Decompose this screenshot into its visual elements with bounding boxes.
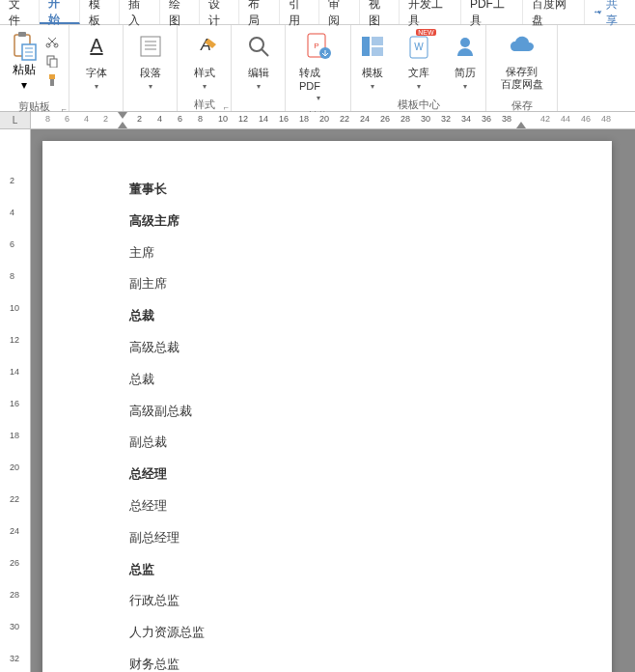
copy-icon (45, 54, 59, 68)
document-line[interactable]: 高级主席 (129, 211, 612, 232)
styles-icon: A (191, 33, 218, 60)
document-line[interactable]: 董事长 (129, 180, 612, 200)
menu-file[interactable]: 文件 (0, 0, 40, 24)
search-icon (245, 33, 272, 60)
document-line[interactable]: 总裁 (129, 370, 612, 390)
resume-button[interactable]: 简历 ▾ (444, 29, 486, 92)
pdf-icon: P (304, 32, 333, 61)
menubar: 文件 开始 模板 插入 绘图 设计 布局 引用 审阅 视图 开发工具 PDF工具… (0, 0, 635, 25)
ribbon-group-font: A 字体 ▾ (69, 25, 124, 111)
template-icon (359, 33, 386, 60)
indent-marker-left-bottom[interactable] (118, 122, 127, 129)
svg-line-19 (262, 49, 268, 56)
paragraph-button[interactable]: 段落 ▾ (129, 29, 172, 92)
document-line[interactable]: 高级总裁 (129, 338, 612, 358)
svg-rect-25 (372, 47, 383, 56)
resume-icon (452, 33, 479, 60)
ribbon-group-clipboard: 粘贴 ▾ 剪贴板⌐ (0, 25, 69, 111)
paragraph-icon (137, 33, 164, 60)
ruler-area: L 86422468101214161820222426283032343638… (0, 112, 635, 129)
svg-text:P: P (314, 42, 318, 50)
ribbon-group-paragraph: 段落 ▾ (124, 25, 178, 111)
svg-point-28 (460, 38, 470, 47)
svg-point-18 (250, 38, 263, 51)
document-scroll[interactable]: 董事长高级主席主席副主席总裁高级总裁总裁高级副总裁副总裁总经理总经理副总经理总监… (31, 129, 635, 672)
convert-pdf-button[interactable]: P 转成PDF ▾ (293, 29, 343, 103)
styles-expand-icon[interactable]: ⌐ (224, 102, 229, 112)
document-line[interactable]: 人力资源总监 (129, 623, 612, 643)
font-button[interactable]: A 字体 ▾ (75, 29, 118, 92)
new-badge: NEW (416, 29, 435, 36)
svg-text:W: W (414, 42, 424, 52)
svg-marker-31 (516, 122, 526, 128)
library-button[interactable]: WNEW 文库 ▾ (398, 29, 440, 92)
document-area: 2468101214161820222426283032 董事长高级主席主席副主… (0, 129, 635, 672)
document-line[interactable]: 总监 (129, 560, 612, 580)
cloud-icon (508, 32, 537, 61)
ribbon-group-save: 保存到 百度网盘 保存 (486, 25, 558, 111)
document-line[interactable]: 副主席 (129, 274, 612, 294)
menu-insert[interactable]: 插入 (120, 0, 159, 24)
vertical-ruler[interactable]: 2468101214161820222426283032 (0, 129, 31, 672)
horizontal-ruler[interactable]: 8642246810121416182022242628303234363842… (31, 112, 635, 129)
font-icon: A (83, 33, 110, 60)
menu-baidu[interactable]: 百度网盘 (523, 0, 585, 24)
scissors-icon (45, 35, 59, 48)
ribbon-group-editing: 编辑 ▾ (232, 25, 286, 111)
document-line[interactable]: 高级副总裁 (129, 402, 612, 422)
indent-marker-left[interactable] (118, 112, 127, 120)
svg-rect-23 (362, 37, 370, 56)
brush-icon (45, 73, 59, 87)
menu-view[interactable]: 视图 (360, 0, 400, 24)
indent-marker-right[interactable] (516, 122, 526, 129)
share-button[interactable]: 共享 (585, 0, 635, 24)
menu-home[interactable]: 开始 (40, 0, 79, 24)
svg-rect-10 (49, 74, 55, 79)
ribbon-group-styles: A 样式 ▾ 样式⌐ (178, 25, 232, 111)
document-line[interactable]: 副总经理 (129, 528, 612, 548)
menu-references[interactable]: 引用 (280, 0, 319, 24)
svg-rect-1 (18, 32, 26, 37)
menu-devtools[interactable]: 开发工具 (400, 0, 461, 24)
svg-rect-13 (141, 37, 160, 56)
template-button[interactable]: 模板 ▾ (351, 29, 394, 92)
save-baidu-button[interactable]: 保存到 百度网盘 (495, 29, 549, 93)
document-line[interactable]: 副总裁 (129, 433, 612, 453)
menu-pdftools[interactable]: PDF工具 (461, 0, 523, 24)
svg-rect-9 (50, 59, 57, 68)
document-line[interactable]: 总裁 (129, 306, 612, 326)
ribbon-group-convert: P 转成PDF ▾ 转换 (286, 25, 351, 111)
share-icon (593, 7, 603, 18)
document-line[interactable]: 财务总监 (129, 655, 612, 672)
menu-template[interactable]: 模板 (80, 0, 120, 24)
menu-review[interactable]: 审阅 (319, 0, 359, 24)
svg-rect-24 (372, 37, 383, 45)
page[interactable]: 董事长高级主席主席副主席总裁高级总裁总裁高级副总裁副总裁总经理总经理副总经理总监… (42, 141, 612, 672)
clipboard-icon (11, 31, 38, 62)
cut-button[interactable] (43, 33, 61, 50)
svg-text:A: A (90, 35, 103, 56)
format-painter-button[interactable] (43, 71, 61, 89)
document-line[interactable]: 主席 (129, 243, 612, 264)
menu-draw[interactable]: 绘图 (160, 0, 200, 24)
svg-rect-11 (50, 79, 54, 86)
document-line[interactable]: 总经理 (129, 464, 612, 485)
ribbon-group-template-center: 模板 ▾ WNEW 文库 ▾ 简历 ▾ 模板中心 (351, 25, 486, 111)
editing-button[interactable]: 编辑 ▾ (237, 29, 280, 92)
svg-marker-29 (118, 112, 127, 119)
document-line[interactable]: 总经理 (129, 496, 612, 517)
library-icon: W (405, 33, 432, 60)
menu-layout[interactable]: 布局 (239, 0, 279, 24)
styles-button[interactable]: A 样式 ▾ (183, 29, 226, 92)
document-line[interactable]: 行政总监 (129, 591, 612, 611)
svg-marker-30 (118, 122, 127, 128)
paste-button[interactable]: 粘贴 ▾ (7, 29, 41, 94)
menu-design[interactable]: 设计 (200, 0, 239, 24)
copy-button[interactable] (43, 52, 61, 70)
ribbon: 粘贴 ▾ 剪贴板⌐ A 字体 ▾ (0, 25, 635, 112)
